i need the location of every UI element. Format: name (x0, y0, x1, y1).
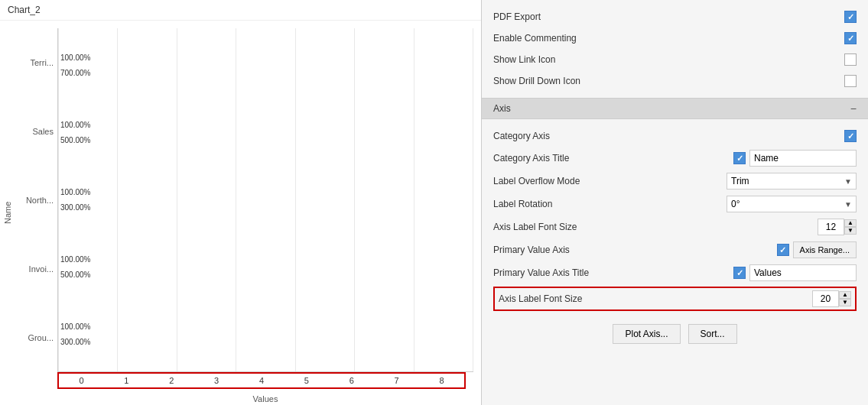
primary-value-axis-title-checkbox[interactable]: ✓ (733, 267, 746, 279)
label-overflow-mode-dropdown[interactable]: Trim ▼ (727, 173, 857, 190)
primary-value-axis-title-control: ✓ (733, 264, 857, 281)
axis-section-header: Axis − (482, 98, 868, 119)
show-link-icon-checkbox[interactable] (844, 53, 857, 66)
pdf-export-control: ✓ (844, 11, 857, 23)
y-label: Grou... (28, 333, 54, 342)
bar-label: 100.00% (60, 188, 90, 196)
bar-row: 100.00% (58, 252, 90, 266)
bar-label: 100.00% (60, 53, 90, 62)
axis-label-font-size-top-control: ▲ ▼ (818, 219, 857, 235)
show-drill-down-label: Show Drill Down Icon (493, 76, 844, 86)
bar-row: 700.00% (58, 66, 90, 80)
bar-row: 500.00% (58, 134, 90, 147)
show-drill-down-checkbox[interactable] (844, 75, 857, 87)
axis-label-font-size-bottom-control: ▲ ▼ (812, 290, 851, 307)
show-link-icon-label: Show Link Icon (493, 54, 844, 65)
axis-collapse-icon[interactable]: − (850, 102, 857, 115)
spinner-up-icon[interactable]: ▲ (844, 219, 857, 227)
bar-label: 100.00% (60, 121, 90, 129)
bar-row: 300.00% (58, 200, 90, 214)
axis-section-title: Axis (493, 103, 511, 114)
category-axis-label: Category Axis (493, 131, 844, 141)
show-drill-down-row: Show Drill Down Icon (493, 70, 857, 92)
sort-button[interactable]: Sort... (688, 324, 737, 344)
enable-commenting-row: Enable Commenting ✓ (493, 28, 857, 49)
label-rotation-label: Label Rotation (493, 199, 727, 209)
category-axis-title-checkbox[interactable]: ✓ (733, 152, 746, 164)
category-axis-control: ✓ (844, 130, 857, 142)
axis-properties-section: Category Axis ✓ Category Axis Title ✓ (482, 119, 868, 319)
primary-value-axis-control: ✓ Axis Range... (777, 241, 857, 258)
x-tick: 0 (59, 376, 104, 385)
bar-label: 700.00% (60, 69, 90, 77)
label-rotation-control: 0° ▼ (727, 196, 857, 212)
spinner-up-icon[interactable]: ▲ (839, 291, 851, 299)
bar-row: 100.00% (58, 319, 90, 333)
x-tick: 4 (239, 376, 284, 385)
main-container: Chart_2 Name Terri... Sales North... Inv… (0, 0, 868, 405)
right-panel: PDF Export ✓ Enable Commenting ✓ Sho (482, 0, 868, 405)
primary-value-axis-title-row: Primary Value Axis Title ✓ (493, 261, 857, 284)
x-tick: 1 (104, 376, 149, 385)
y-label: North... (26, 196, 54, 205)
x-tick: 2 (149, 376, 194, 385)
label-rotation-value: 0° (731, 199, 740, 209)
label-overflow-mode-row: Label Overflow Mode Trim ▼ (493, 170, 857, 193)
primary-value-axis-checkbox[interactable]: ✓ (777, 244, 789, 256)
bottom-buttons: Plot Axis... Sort... (482, 319, 868, 348)
chart-content: Terri... Sales North... Invoi... Grou... (15, 21, 481, 405)
bar-row: 100.00% (58, 118, 90, 132)
spinner-buttons-bottom: ▲ ▼ (839, 291, 851, 306)
bar-label: 100.00% (60, 322, 90, 331)
x-tick: 3 (194, 376, 239, 385)
x-axis-highlight: 0 1 2 3 4 5 6 7 8 (57, 372, 466, 389)
chevron-down-icon: ▼ (844, 200, 852, 209)
plot-axis-button[interactable]: Plot Axis... (613, 324, 680, 344)
pdf-export-checkbox[interactable]: ✓ (844, 11, 857, 23)
enable-commenting-control: ✓ (844, 32, 857, 44)
bar-row: 500.00% (58, 267, 90, 281)
category-axis-checkbox[interactable]: ✓ (844, 130, 857, 142)
label-overflow-mode-label: Label Overflow Mode (493, 176, 727, 186)
axis-label-font-size-bottom-spinner: ▲ ▼ (812, 290, 851, 307)
bars-area: 100.00% 700.00% (57, 28, 473, 372)
checkmark-icon: ✓ (847, 12, 854, 22)
x-axis-area: 0 1 2 3 4 5 6 7 8 Values (15, 372, 473, 405)
category-axis-title-row: Category Axis Title ✓ (493, 147, 857, 170)
y-labels: Terri... Sales North... Invoi... Grou... (15, 28, 57, 372)
primary-value-axis-row: Primary Value Axis ✓ Axis Range... (493, 238, 857, 261)
bar-label: 300.00% (60, 203, 90, 212)
y-label: Invoi... (29, 264, 54, 274)
label-rotation-row: Label Rotation 0° ▼ (493, 193, 857, 215)
enable-commenting-checkbox[interactable]: ✓ (844, 32, 857, 44)
chart-area: Name Terri... Sales North... Invoi... Gr… (0, 21, 481, 405)
pdf-export-row: PDF Export ✓ (493, 6, 857, 28)
label-overflow-mode-control: Trim ▼ (727, 173, 857, 190)
bar-label: 500.00% (60, 271, 90, 279)
bar-row: 100.00% (58, 185, 90, 199)
axis-label-font-size-bottom-input[interactable] (812, 290, 839, 307)
checkmark-icon: ✓ (847, 131, 854, 141)
y-label: Terri... (30, 58, 54, 67)
primary-value-axis-title-input[interactable] (749, 264, 857, 281)
axis-label-font-size-top-spinner: ▲ ▼ (818, 219, 857, 235)
axis-label-font-size-top-input[interactable] (818, 219, 844, 235)
show-drill-down-control (844, 75, 857, 87)
x-tick: 5 (284, 376, 329, 385)
spinner-down-icon[interactable]: ▼ (844, 227, 857, 235)
label-rotation-dropdown[interactable]: 0° ▼ (727, 196, 857, 212)
spinner-buttons: ▲ ▼ (844, 219, 857, 235)
enable-commenting-label: Enable Commenting (493, 33, 844, 44)
spinner-down-icon[interactable]: ▼ (839, 299, 851, 306)
bar-group: 100.00% 300.00% (58, 319, 473, 348)
bar-group: 100.00% 500.00% (58, 252, 473, 281)
bar-group: 100.00% 300.00% (58, 185, 473, 214)
category-axis-row: Category Axis ✓ (493, 125, 857, 147)
axis-label-font-size-bottom-row-highlighted: Axis Label Font Size ▲ ▼ (493, 287, 857, 311)
bar-group: 100.00% 700.00% (58, 51, 473, 80)
bar-group: 100.00% 500.00% (58, 118, 473, 147)
bar-row: 100.00% (58, 51, 90, 65)
x-ticks-inner: 0 1 2 3 4 5 6 7 8 (59, 376, 464, 385)
category-axis-title-input[interactable] (749, 150, 857, 167)
axis-range-button[interactable]: Axis Range... (793, 241, 857, 258)
